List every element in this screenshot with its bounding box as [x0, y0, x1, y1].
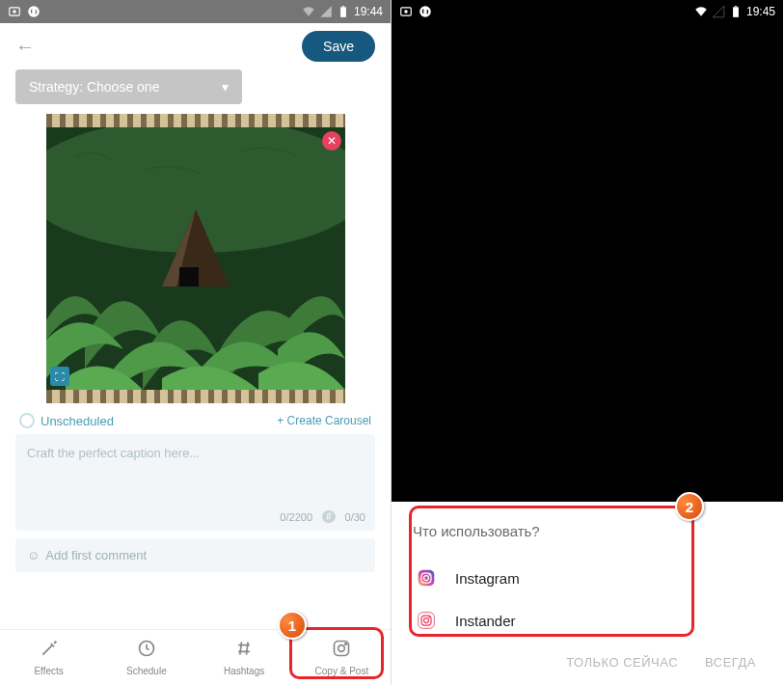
add-comment-input[interactable]: ☺ Add first comment	[15, 538, 375, 572]
hash-counter: 0/30	[345, 511, 365, 523]
svg-point-20	[429, 574, 431, 576]
filmstrip-top	[46, 114, 345, 127]
message-icon	[8, 5, 21, 18]
svg-rect-15	[733, 7, 739, 16]
dialog-option-label: Instagram	[455, 570, 520, 587]
filmstrip-bottom	[46, 390, 345, 403]
meta-row: Unscheduled + Create Carousel	[15, 403, 375, 434]
svg-point-1	[14, 11, 15, 13]
signal-icon	[319, 5, 333, 18]
remove-image-button[interactable]: ✕	[322, 131, 341, 151]
hashtags-icon	[234, 639, 254, 663]
dialog-title: Что использовать?	[413, 523, 762, 539]
char-counter: 0/2200	[280, 511, 312, 523]
callout-badge-1: 1	[278, 611, 307, 640]
wifi-icon	[302, 5, 315, 18]
nav-copy-post-label: Copy & Post	[315, 666, 369, 676]
bottom-nav: Effects Schedule Hashtags Copy & Post	[0, 629, 391, 685]
caption-input[interactable]: Craft the perfect caption here... 0/2200…	[15, 434, 375, 531]
svg-point-14	[419, 6, 431, 17]
nav-schedule[interactable]: Schedule	[97, 630, 195, 685]
nav-effects-label: Effects	[34, 666, 63, 676]
black-background	[392, 23, 783, 502]
svg-rect-17	[419, 570, 435, 587]
create-carousel-link[interactable]: + Create Carousel	[277, 414, 371, 427]
instander-app-icon	[417, 611, 436, 630]
nav-effects[interactable]: Effects	[0, 630, 97, 685]
schedule-icon	[137, 639, 156, 663]
expand-image-button[interactable]: ⛶	[50, 367, 69, 386]
callout-badge-2: 2	[675, 492, 704, 521]
header: ← Save	[0, 23, 391, 69]
status-time-right: 19:45	[746, 5, 775, 18]
signal-icon	[712, 5, 725, 18]
svg-point-2	[28, 6, 40, 17]
action-once-button[interactable]: ТОЛЬКО СЕЙЧАС	[566, 655, 678, 670]
dialog-option-label: Instander	[455, 613, 516, 629]
hash-icon: #	[322, 510, 336, 523]
comment-icon: ☺	[27, 548, 40, 562]
clock-icon	[19, 413, 35, 428]
nav-schedule-label: Schedule	[126, 666, 167, 676]
jungle-image	[46, 127, 345, 390]
effects-icon	[40, 639, 59, 663]
svg-rect-3	[340, 7, 346, 16]
status-bar: 19:44	[0, 0, 391, 23]
strategy-dropdown[interactable]: Strategy: Choose one ▾	[15, 69, 242, 104]
back-arrow-icon[interactable]: ←	[15, 36, 35, 58]
strategy-label: Strategy: Choose one	[29, 79, 159, 95]
svg-point-11	[345, 644, 347, 645]
instagram-icon	[332, 639, 351, 663]
message-icon	[399, 5, 413, 18]
svg-point-10	[338, 645, 345, 652]
battery-icon	[337, 5, 350, 18]
svg-rect-21	[419, 613, 435, 629]
svg-rect-7	[179, 267, 199, 287]
dialog-option-instander[interactable]: Instander	[413, 599, 762, 642]
add-comment-placeholder: Add first comment	[45, 548, 147, 562]
instagram-app-icon	[417, 568, 436, 588]
dialog-option-instagram[interactable]: Instagram	[413, 557, 762, 599]
chevron-down-icon: ▾	[222, 79, 229, 95]
nav-copy-post[interactable]: Copy & Post	[293, 630, 391, 685]
screen-left: 19:44 ← Save Strategy: Choose one ▾	[0, 0, 392, 685]
svg-point-24	[429, 616, 431, 618]
save-button[interactable]: Save	[302, 31, 375, 62]
svg-point-13	[405, 11, 407, 13]
svg-rect-16	[735, 6, 737, 7]
unscheduled-label: Unscheduled	[41, 414, 114, 428]
shazam-icon	[419, 5, 432, 18]
svg-rect-4	[342, 6, 344, 7]
dialog-actions: ТОЛЬКО СЕЙЧАС ВСЕГДА	[413, 642, 762, 671]
action-always-button[interactable]: ВСЕГДА	[705, 655, 756, 670]
status-time: 19:44	[354, 5, 383, 18]
caption-placeholder: Craft the perfect caption here...	[27, 446, 364, 460]
post-image[interactable]: ✕ ⛶	[46, 114, 345, 403]
app-chooser-dialog: Что использовать? Instagram Instander ТО…	[392, 502, 783, 685]
shazam-icon	[27, 5, 41, 18]
battery-icon	[729, 5, 743, 18]
nav-hashtags[interactable]: Hashtags	[196, 630, 293, 685]
screen-right: 19:45 Что использовать? Instagram Instan…	[392, 0, 783, 685]
status-bar-right: 19:45	[392, 0, 783, 23]
content-area: Strategy: Choose one ▾	[0, 69, 391, 629]
unscheduled-status[interactable]: Unscheduled	[19, 413, 114, 428]
wifi-icon	[694, 5, 708, 18]
nav-hashtags-label: Hashtags	[224, 666, 264, 676]
